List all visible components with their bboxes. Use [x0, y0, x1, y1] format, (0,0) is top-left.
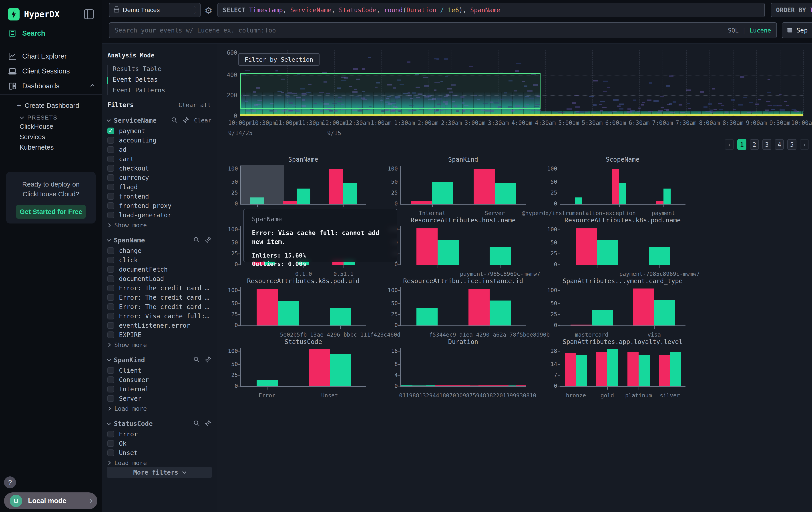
checkbox[interactable] [107, 322, 114, 329]
checkbox[interactable] [107, 184, 114, 190]
help-button[interactable]: ? [4, 476, 16, 488]
sidebar-item-chart-explorer[interactable]: Chart Explorer [0, 49, 102, 63]
heatmap-plot[interactable] [240, 50, 803, 116]
outliers-bar[interactable] [473, 169, 495, 204]
filter-option[interactable]: cart [107, 154, 211, 164]
pagination-page-5[interactable]: 5 [787, 139, 796, 150]
checkbox[interactable] [107, 303, 114, 310]
pin-icon[interactable] [205, 420, 211, 427]
checkbox[interactable] [107, 165, 114, 172]
checkbox[interactable] [107, 257, 114, 263]
outliers-bar[interactable] [576, 228, 597, 265]
outliers-bar[interactable] [257, 289, 278, 325]
outliers-bar[interactable] [612, 169, 619, 204]
pin-icon[interactable] [205, 236, 211, 244]
inliers-bar[interactable] [576, 355, 587, 386]
filter-option[interactable]: Error: The credit card (… [107, 302, 211, 312]
inliers-bar[interactable] [664, 189, 671, 204]
filter-option[interactable]: Error: Visa cache full: … [107, 312, 211, 321]
outliers-bar[interactable] [659, 355, 670, 386]
sql-toggle[interactable]: SQL [728, 27, 738, 34]
checkbox[interactable] [107, 247, 114, 254]
source-select[interactable]: Demo Traces ⌃⌃ [109, 3, 201, 17]
checkbox[interactable] [107, 212, 114, 218]
filter-option[interactable]: change [107, 246, 211, 255]
filter-section-name[interactable]: SpanKind [114, 356, 145, 364]
filter-option[interactable]: Error: The credit card (… [107, 293, 211, 302]
user-menu[interactable]: U Local mode [4, 492, 97, 509]
search-icon[interactable] [171, 117, 178, 124]
lucene-toggle[interactable]: Lucene [749, 27, 771, 34]
inliers-bar[interactable] [619, 183, 626, 204]
checkbox[interactable] [107, 431, 114, 437]
outliers-bar[interactable] [571, 325, 592, 325]
filter-option[interactable]: accounting [107, 136, 211, 145]
outliers-bar[interactable] [283, 201, 297, 204]
checkbox[interactable] [107, 174, 114, 181]
inliers-bar[interactable] [278, 301, 299, 325]
checkbox[interactable] [107, 367, 114, 374]
filter-option[interactable]: Internal [107, 384, 211, 394]
filter-section-name[interactable]: StatusCode [114, 420, 153, 427]
analysis-mode-event-patterns[interactable]: Event Patterns [107, 85, 210, 96]
filter-option[interactable]: currency [107, 173, 211, 182]
checkbox-checked[interactable]: ✓ [107, 128, 114, 134]
filter-option[interactable]: Consumer [107, 375, 211, 384]
filter-option[interactable]: flagd [107, 182, 211, 192]
search-icon[interactable] [193, 236, 200, 244]
outliers-bar[interactable] [628, 352, 639, 386]
show-more-button[interactable]: Show more [107, 340, 211, 350]
more-filters-button[interactable]: More filters [107, 467, 212, 478]
filter-section-name[interactable]: SpanName [114, 236, 145, 244]
pagination-page-2[interactable]: 2 [750, 139, 759, 150]
checkbox[interactable] [107, 376, 114, 383]
checkbox[interactable] [107, 395, 114, 402]
inliers-bar[interactable] [654, 300, 675, 325]
inliers-bar[interactable] [495, 183, 516, 204]
filter-by-selection-button[interactable]: Filter by Selection [238, 53, 320, 66]
pagination-page-1[interactable]: 1 [737, 139, 746, 150]
preset-kubernetes[interactable]: Kubernetes [0, 141, 102, 154]
outliers-bar[interactable] [468, 289, 490, 325]
chevron-down-icon[interactable] [107, 421, 111, 425]
chevron-down-icon[interactable] [107, 357, 111, 361]
outliers-bar[interactable] [656, 201, 664, 204]
show-more-button[interactable]: Show more [107, 220, 211, 231]
checkbox[interactable] [107, 450, 114, 456]
filter-option[interactable]: ad [107, 145, 211, 154]
filter-option[interactable]: ✓payment [107, 126, 211, 136]
checkbox[interactable] [107, 285, 114, 291]
outliers-bar[interactable] [565, 353, 576, 386]
filter-option[interactable]: Client [107, 366, 211, 375]
sidebar-item-dashboards[interactable]: Dashboards [0, 79, 102, 93]
checkbox[interactable] [107, 146, 114, 153]
inliers-bar[interactable] [330, 308, 351, 325]
checkbox[interactable] [107, 137, 114, 143]
filter-option[interactable]: Server [107, 394, 211, 403]
analysis-mode-results-table[interactable]: Results Table [107, 63, 210, 74]
filter-option[interactable]: Ok [107, 439, 211, 448]
analysis-mode-event-deltas[interactable]: Event Deltas [107, 74, 210, 85]
select-query-input[interactable]: SELECT Timestamp, ServiceName, StatusCod… [218, 3, 765, 17]
checkbox[interactable] [107, 313, 114, 319]
date-range-picker[interactable]: Sep 14 22:04:35 - Sep 15 10:04:35 [782, 22, 812, 38]
sidebar-item-search[interactable]: Search [0, 26, 102, 40]
checkbox[interactable] [107, 440, 114, 447]
checkbox[interactable] [107, 275, 114, 282]
inliers-bar[interactable] [575, 197, 582, 204]
checkbox[interactable] [107, 203, 114, 209]
search-input[interactable] [115, 27, 728, 34]
outliers-bar[interactable] [633, 289, 654, 325]
inliers-bar[interactable] [297, 189, 310, 204]
filter-option[interactable]: frontend-proxy [107, 201, 211, 210]
clear-all-button[interactable]: Clear all [178, 102, 211, 108]
outliers-bar[interactable] [411, 201, 432, 204]
filter-option[interactable]: load-generator [107, 210, 211, 220]
checkbox[interactable] [107, 386, 114, 393]
pagination-page-3[interactable]: 3 [762, 139, 771, 150]
pagination-page-4[interactable]: 4 [775, 139, 784, 150]
search-icon[interactable] [193, 420, 200, 427]
order-by-input[interactable]: ORDER BY Timestamp DESC [771, 3, 812, 17]
search-icon[interactable] [193, 356, 200, 364]
inliers-bar[interactable] [257, 380, 278, 386]
